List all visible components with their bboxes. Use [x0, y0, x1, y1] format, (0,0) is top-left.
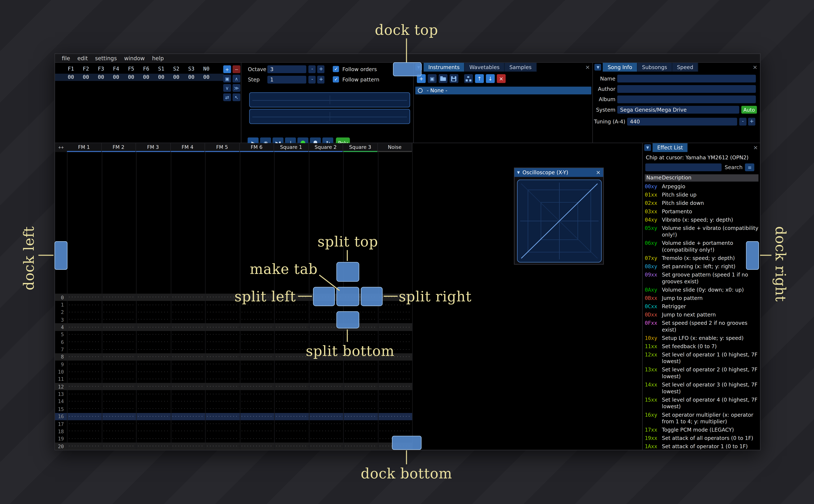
pattern-cell[interactable]: ··········· — [378, 362, 412, 367]
pattern-cell[interactable]: ··········· — [102, 429, 136, 433]
pattern-cell[interactable]: ··········· — [240, 325, 274, 329]
tab-wavetables[interactable]: Wavetables — [465, 63, 505, 72]
pattern-cell[interactable]: ··········· — [136, 422, 170, 426]
pattern-cell[interactable]: ··········· — [170, 355, 205, 359]
pattern-cell[interactable]: ··········· — [274, 407, 308, 411]
pattern-cell[interactable]: ··········· — [274, 362, 308, 367]
move-order-down-button[interactable]: ∨ — [223, 84, 231, 92]
oscilloscope-title-bar[interactable]: ▼ Oscilloscope (X-Y) × — [515, 168, 603, 177]
pattern-cell[interactable]: ··········· — [274, 347, 308, 352]
pattern-cell[interactable]: ··········· — [378, 422, 412, 426]
name-field[interactable] — [618, 75, 756, 83]
pattern-cell[interactable]: ··········· — [378, 414, 412, 419]
channel-header-fm-3[interactable]: FM 3 — [136, 143, 170, 152]
order-value-S2[interactable]: 00 — [169, 74, 184, 81]
pattern-cell[interactable]: ··········· — [67, 429, 101, 433]
pattern-cell[interactable]: ··········· — [67, 392, 101, 396]
order-value-F2[interactable]: 00 — [78, 74, 93, 81]
pattern-cell[interactable]: ··········· — [136, 392, 170, 396]
pattern-cell[interactable]: ··········· — [274, 333, 308, 337]
pattern-cell[interactable]: ··········· — [170, 429, 205, 433]
pattern-cell[interactable]: ··········· — [67, 347, 101, 352]
effect-search-input[interactable] — [645, 163, 722, 171]
close-icon[interactable]: × — [753, 63, 757, 71]
pattern-cell[interactable]: ··········· — [205, 333, 239, 337]
pattern-cell[interactable]: ··········· — [308, 422, 343, 426]
pattern-cell[interactable]: ··········· — [240, 377, 274, 381]
tuning-field[interactable]: 440 — [627, 118, 737, 125]
pattern-cell[interactable]: ··········· — [170, 295, 205, 300]
channel-header-fm-4[interactable]: FM 4 — [170, 143, 205, 152]
pattern-cell[interactable]: ··········· — [136, 355, 170, 359]
pattern-cell[interactable]: ··········· — [67, 303, 101, 307]
pattern-cell[interactable]: ··········· — [136, 347, 170, 352]
pattern-cell[interactable]: ··········· — [67, 355, 101, 359]
pattern-cell[interactable]: ··········· — [67, 295, 101, 300]
pattern-cell[interactable]: ··········· — [378, 325, 412, 329]
pattern-cell[interactable]: ··········· — [102, 377, 136, 381]
pattern-cell[interactable]: ··········· — [205, 325, 239, 329]
pattern-cell[interactable]: ··········· — [102, 392, 136, 396]
pattern-cell[interactable]: ··········· — [308, 407, 343, 411]
pattern-cell[interactable]: ··········· — [170, 333, 205, 337]
pattern-cell[interactable]: ··········· — [343, 400, 378, 404]
pattern-cell[interactable]: ··········· — [343, 407, 378, 411]
pattern-cell[interactable]: ··········· — [308, 377, 343, 381]
pattern-cell[interactable]: ··········· — [67, 318, 101, 322]
pattern-cell[interactable]: ··········· — [102, 400, 136, 404]
pattern-cell[interactable]: ··········· — [308, 429, 343, 433]
pattern-cell[interactable]: ··········· — [240, 347, 274, 352]
pattern-cell[interactable]: ··········· — [205, 437, 239, 441]
album-field[interactable] — [618, 95, 756, 103]
pattern-cell[interactable]: ··········· — [170, 444, 205, 448]
channel-header-square-1[interactable]: Square 1 — [274, 143, 308, 152]
pattern-cell[interactable]: ··········· — [274, 429, 308, 433]
pattern-cell[interactable]: ··········· — [102, 340, 136, 344]
pattern-cell[interactable]: ··········· — [102, 370, 136, 374]
pattern-cell[interactable]: ··········· — [240, 392, 274, 396]
pattern-cell[interactable]: ··········· — [136, 340, 170, 344]
pattern-cell[interactable]: ··········· — [67, 414, 101, 419]
pattern-cell[interactable]: ··········· — [170, 385, 205, 389]
save-instrument-button[interactable] — [450, 74, 459, 83]
pattern-cell[interactable]: ··········· — [240, 437, 274, 441]
pattern-cell[interactable]: ··········· — [170, 303, 205, 307]
pattern-cell[interactable]: ··········· — [136, 444, 170, 448]
pattern-cell[interactable]: ··········· — [274, 437, 308, 441]
pattern-cell[interactable]: ··········· — [102, 347, 136, 352]
pattern-cell[interactable]: ··········· — [102, 295, 136, 300]
pattern-cell[interactable]: ··········· — [205, 318, 239, 322]
pattern-cell[interactable]: ··········· — [240, 444, 274, 448]
move-instrument-down-button[interactable]: ↓ — [486, 74, 495, 83]
delete-instrument-button[interactable]: × — [497, 74, 506, 83]
make-tab-target[interactable] — [336, 287, 359, 306]
pattern-cell[interactable]: ··········· — [136, 333, 170, 337]
menu-settings[interactable]: settings — [91, 54, 120, 62]
octave-input[interactable]: 3 — [268, 65, 306, 73]
pattern-cell[interactable]: ··········· — [378, 333, 412, 337]
pattern-cell[interactable]: ··········· — [102, 437, 136, 441]
pattern-cell[interactable]: ··········· — [205, 422, 239, 426]
duplicate-order-end-button[interactable]: ≫ — [233, 84, 240, 92]
step-input[interactable]: 1 — [268, 76, 306, 83]
channel-header-fm-1[interactable]: FM 1 — [67, 143, 101, 152]
pattern-cell[interactable]: ··········· — [67, 340, 101, 344]
menu-window[interactable]: window — [121, 54, 149, 62]
tab-effect-list[interactable]: Effect List — [653, 143, 688, 152]
split-target-top[interactable] — [336, 262, 359, 282]
pattern-cell[interactable]: ··········· — [274, 400, 308, 404]
channel-header-square-2[interactable]: Square 2 — [308, 143, 343, 152]
add-order-button[interactable]: + — [223, 65, 231, 73]
duplicate-instrument-button[interactable]: ▣ — [428, 74, 437, 83]
pattern-cell[interactable]: ··········· — [136, 318, 170, 322]
system-field[interactable]: Sega Genesis/Mega Drive — [618, 106, 739, 114]
pattern-cell[interactable]: ··········· — [274, 385, 308, 389]
step-plus-button[interactable]: + — [317, 76, 324, 83]
pattern-cell[interactable]: ··········· — [205, 355, 239, 359]
collapse-arrow-icon[interactable]: ▼ — [517, 170, 520, 175]
pattern-cell[interactable]: ··········· — [170, 347, 205, 352]
pattern-cell[interactable]: ··········· — [205, 385, 239, 389]
pattern-cell[interactable]: ··········· — [308, 437, 343, 441]
pattern-cell[interactable]: ··········· — [308, 414, 343, 419]
pattern-cell[interactable]: ··········· — [378, 377, 412, 381]
